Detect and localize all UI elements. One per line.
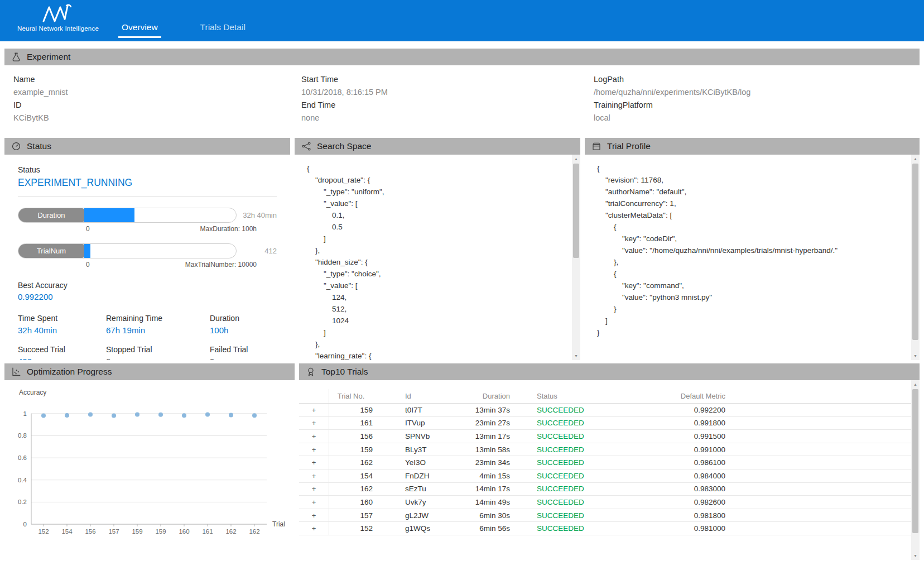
cell-default-metric: 0.992200 bbox=[625, 406, 725, 414]
cell-duration: 13min 17s bbox=[469, 432, 530, 440]
svg-text:157: 157 bbox=[108, 528, 119, 535]
scroll-down-arrow[interactable]: ▼ bbox=[911, 552, 920, 560]
expand-row-button[interactable]: + bbox=[307, 458, 321, 467]
svg-text:1: 1 bbox=[23, 410, 27, 417]
svg-text:Trial: Trial bbox=[272, 520, 285, 528]
search-space-header: Search Space bbox=[295, 138, 580, 155]
cell-default-metric: 0.986100 bbox=[625, 458, 725, 467]
table-row: + 160 Uvk7y 14min 49s SUCCEEDED 0.982600 bbox=[299, 496, 911, 509]
expand-row-button[interactable]: + bbox=[307, 405, 321, 415]
nni-overview-page: { "nav": { "brand": "Neural Network Inte… bbox=[0, 0, 924, 575]
status-panel-title: Status bbox=[27, 141, 51, 151]
cell-id: gL2JW bbox=[379, 511, 469, 520]
top10-trials-title: Top10 Trials bbox=[321, 367, 368, 377]
cell-trial-no: 159 bbox=[329, 445, 379, 454]
trialnum-bar-track: TrialNum bbox=[18, 243, 237, 258]
duration-max: MaxDuration: 100h bbox=[200, 225, 257, 233]
expand-row-button[interactable]: + bbox=[307, 484, 321, 493]
cell-id: ITVup bbox=[379, 419, 469, 427]
field-label: Start Time bbox=[301, 73, 594, 86]
col-duration: Duration bbox=[469, 392, 530, 400]
top10-trials-header: Top10 Trials bbox=[299, 363, 920, 380]
trial-profile-scrollbar: ▲ ▼ bbox=[911, 155, 920, 360]
field-start-time: Start Time 10/31/2018, 8:16:15 PM bbox=[301, 73, 594, 99]
trialnum-max: MaxTrialNumber: 10000 bbox=[185, 261, 257, 269]
duration-bar-fill bbox=[84, 208, 134, 222]
experiment-section: Experiment Name example_mnist ID KCiBytK… bbox=[4, 49, 920, 135]
scroll-thumb[interactable] bbox=[573, 164, 579, 258]
cell-duration: 23min 27s bbox=[469, 419, 530, 427]
scroll-up-arrow[interactable]: ▲ bbox=[572, 155, 580, 163]
svg-text:0.8: 0.8 bbox=[18, 432, 27, 439]
trialnum-bar-fill bbox=[84, 244, 90, 258]
duration-bar-label: Duration bbox=[18, 208, 84, 222]
svg-text:0.6: 0.6 bbox=[18, 454, 27, 461]
nni-logo: Neural Network Intelligence bbox=[15, 2, 102, 32]
cell-id: sEzTu bbox=[379, 485, 469, 493]
stat-label: Failed Trial bbox=[210, 345, 277, 354]
scroll-up-arrow[interactable]: ▲ bbox=[911, 155, 920, 163]
gauge-icon bbox=[11, 141, 21, 151]
search-space-panel: Search Space { "dropout_rate": { "_type"… bbox=[295, 138, 580, 360]
cell-duration: 6min 56s bbox=[469, 524, 530, 533]
cell-id: g1WQs bbox=[379, 524, 469, 533]
field-label: TrainingPlatform bbox=[594, 99, 920, 112]
expand-row-button[interactable]: + bbox=[307, 524, 321, 533]
network-icon bbox=[301, 141, 311, 151]
main-tabs: Overview Trials Detail bbox=[118, 22, 249, 38]
expand-row-button[interactable]: + bbox=[307, 418, 321, 428]
col-id: Id bbox=[379, 392, 469, 400]
expand-row-button[interactable]: + bbox=[307, 432, 321, 441]
status-panel: Status Status EXPERIMENT_RUNNING Duratio… bbox=[4, 138, 290, 360]
cell-trial-no: 162 bbox=[329, 485, 379, 493]
trialnum-progress: TrialNum 412 0 MaxTrialNumber: 10000 bbox=[18, 243, 277, 269]
expand-row-button[interactable]: + bbox=[307, 445, 321, 454]
cell-status: SUCCEEDED bbox=[530, 524, 625, 533]
scroll-thumb[interactable] bbox=[912, 389, 918, 533]
scroll-thumb[interactable] bbox=[912, 164, 918, 340]
stat-label: Succeed Trial bbox=[18, 345, 106, 354]
status-field-label: Status bbox=[18, 165, 277, 174]
best-accuracy-label: Best Accuracy bbox=[18, 281, 277, 290]
field-value: none bbox=[301, 112, 594, 124]
cell-id: Uvk7y bbox=[379, 498, 469, 506]
experiment-fields: Name example_mnist ID KCiBytKB Start Tim… bbox=[4, 65, 920, 135]
scroll-down-arrow[interactable]: ▼ bbox=[911, 352, 920, 360]
trialnum-bar-label: TrialNum bbox=[18, 244, 84, 258]
top10-trials-table: Trial No. Id Duration Status Default Met… bbox=[299, 380, 920, 560]
cell-id: t0I7T bbox=[379, 406, 469, 414]
expand-row-button[interactable]: + bbox=[307, 511, 321, 520]
tab-trials-detail[interactable]: Trials Detail bbox=[197, 22, 249, 38]
expand-row-button[interactable]: + bbox=[307, 497, 321, 507]
field-value: 10/31/2018, 8:16:15 PM bbox=[301, 86, 594, 99]
flask-icon bbox=[11, 52, 21, 62]
status-stats: Time Spent 32h 40min Remaining Time 67h … bbox=[18, 314, 277, 360]
duration-min: 0 bbox=[86, 225, 90, 233]
svg-text:162: 162 bbox=[225, 528, 236, 535]
cell-status: SUCCEEDED bbox=[530, 498, 625, 506]
scroll-up-arrow[interactable]: ▲ bbox=[911, 380, 920, 389]
cell-default-metric: 0.981800 bbox=[625, 511, 725, 520]
tab-overview[interactable]: Overview bbox=[118, 22, 161, 38]
cell-id: YeI3O bbox=[379, 458, 469, 467]
table-row: + 162 YeI3O 23min 34s SUCCEEDED 0.986100 bbox=[299, 456, 911, 469]
expand-row-button[interactable]: + bbox=[307, 471, 321, 481]
optimization-progress-title: Optimization Progress bbox=[27, 367, 112, 377]
table-row: + 157 gL2JW 6min 30s SUCCEEDED 0.981800 bbox=[299, 509, 911, 523]
field-label: End Time bbox=[301, 99, 594, 112]
cell-id: FnDZH bbox=[379, 472, 469, 480]
trialnum-current-value: 412 bbox=[237, 247, 277, 255]
svg-text:152: 152 bbox=[38, 528, 49, 535]
cell-status: SUCCEEDED bbox=[530, 406, 625, 414]
cell-duration: 4min 15s bbox=[469, 472, 530, 480]
svg-text:156: 156 bbox=[85, 528, 95, 535]
scroll-down-arrow[interactable]: ▼ bbox=[572, 352, 580, 360]
stat-label: Time Spent bbox=[18, 314, 106, 323]
scatter-chart-icon bbox=[11, 367, 21, 377]
cell-default-metric: 0.984000 bbox=[625, 472, 725, 480]
cell-trial-no: 152 bbox=[329, 524, 379, 533]
field-label: Name bbox=[13, 73, 301, 86]
cell-id: BLy3T bbox=[379, 445, 469, 454]
cell-duration: 13min 37s bbox=[469, 406, 530, 414]
field-name: Name example_mnist bbox=[13, 73, 301, 99]
